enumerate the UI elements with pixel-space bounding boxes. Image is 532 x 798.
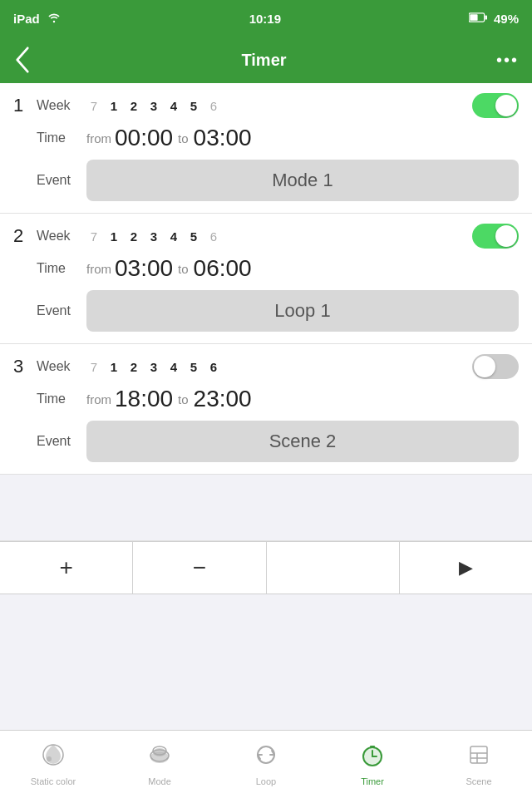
tab-scene[interactable]: Scene [426,731,532,798]
tab-bar: Static color Mode Loop [0,730,532,798]
svg-rect-1 [485,15,487,19]
to-time-1[interactable]: 03:00 [194,125,252,151]
minus-icon: − [193,554,206,581]
status-left: iPad [13,12,62,26]
back-button[interactable] [13,47,32,73]
status-right: 49% [469,12,519,26]
to-time-2[interactable]: 06:00 [194,255,252,282]
day-4-1[interactable]: 4 [166,99,181,113]
timer-row-time-1: Time from 00:00 to 03:00 [13,125,519,151]
day-7-3: 7 [86,360,101,374]
time-label-2: Time [13,261,86,276]
event-button-1[interactable]: Mode 1 [86,160,519,201]
week-days-2: 7 1 2 3 4 5 6 [86,229,472,244]
svg-point-4 [47,756,52,761]
timer-icon [360,742,385,773]
timer-item-3: 3 Week 7 1 2 3 4 5 6 Time from 18:00 to … [0,344,532,475]
day-1-3[interactable]: 1 [106,360,121,374]
day-1-1[interactable]: 1 [106,99,121,113]
timer-row-top-1: 1 Week 7 1 2 3 4 5 6 [13,93,519,118]
from-time-3[interactable]: 18:00 [115,386,173,412]
remove-button[interactable]: − [133,542,266,594]
timer-index-1: 1 [13,95,37,116]
loop-icon [254,742,278,773]
battery-label: 49% [494,12,519,26]
toggle-knob-3 [474,356,495,377]
day-4-2[interactable]: 4 [166,229,181,244]
day-6-1: 6 [206,99,221,113]
to-label-2: to [178,262,189,276]
add-icon: + [59,554,72,581]
mode-icon [147,742,172,773]
day-3-1[interactable]: 3 [146,99,161,113]
day-4-3[interactable]: 4 [166,360,181,374]
header: Timer ••• [0,37,532,83]
page-title: Timer [32,51,496,70]
from-time-2[interactable]: 03:00 [115,255,173,282]
from-time-1[interactable]: 00:00 [115,125,173,151]
add-button[interactable]: + [0,542,133,594]
day-5-3[interactable]: 5 [186,360,201,374]
time-label-1: Time [13,131,86,145]
time-label-3: Time [13,392,86,406]
tab-static-color[interactable]: Static color [0,731,106,798]
tab-loop[interactable]: Loop [213,731,319,798]
tab-label-scene: Scene [466,776,491,786]
timer-row-time-2: Time from 03:00 to 06:00 [13,255,519,282]
static-color-icon [41,742,66,773]
empty-area [0,475,532,541]
day-5-1[interactable]: 5 [186,99,201,113]
event-button-3[interactable]: Scene 2 [86,421,519,462]
to-time-3[interactable]: 23:00 [194,386,252,412]
event-button-2[interactable]: Loop 1 [86,290,519,332]
timer-toggle-2[interactable] [472,224,519,249]
toggle-knob-1 [495,95,517,116]
day-3-2[interactable]: 3 [146,229,161,244]
event-label-1: Event [13,173,86,188]
week-days-3: 7 1 2 3 4 5 6 [86,360,472,374]
tab-timer[interactable]: Timer [319,731,426,798]
more-button[interactable]: ••• [496,51,519,70]
day-6-2: 6 [206,229,221,244]
wifi-icon [47,12,62,26]
status-bar: iPad 10:19 49% [0,0,532,37]
day-2-3[interactable]: 2 [126,360,141,374]
timer-index-2: 2 [13,225,37,247]
tab-label-mode: Mode [148,776,171,786]
day-2-1[interactable]: 2 [126,99,141,113]
battery-icon [469,12,487,26]
play-button[interactable]: ▶ [400,542,532,594]
device-label: iPad [13,12,40,26]
day-6-3[interactable]: 6 [206,360,221,374]
timer-toggle-1[interactable] [472,93,519,118]
bottom-toolbar: + − ▶ [0,541,532,594]
timer-index-3: 3 [13,356,37,377]
from-label-3: from [86,392,111,406]
svg-rect-2 [470,14,477,21]
timer-week-label-1: Week [37,98,86,113]
day-2-2[interactable]: 2 [126,229,141,244]
day-3-3[interactable]: 3 [146,360,161,374]
from-label-2: from [86,262,111,276]
tab-label-timer: Timer [361,776,384,786]
timer-item-1: 1 Week 7 1 2 3 4 5 6 Time from 00:00 to … [0,83,532,214]
toolbar-spacer [267,542,400,594]
event-label-2: Event [13,303,86,318]
to-label-3: to [178,392,189,406]
toggle-knob-2 [495,225,517,247]
event-label-3: Event [13,434,86,449]
timer-row-top-2: 2 Week 7 1 2 3 4 5 6 [13,224,519,249]
timer-toggle-3[interactable] [472,354,519,379]
tab-label-static-color: Static color [31,776,76,786]
play-icon: ▶ [459,557,473,579]
timer-week-label-2: Week [37,229,86,244]
day-1-2[interactable]: 1 [106,229,121,244]
svg-rect-14 [470,746,487,763]
timer-week-label-3: Week [37,359,86,374]
from-label-1: from [86,131,111,145]
day-5-2[interactable]: 5 [186,229,201,244]
day-7-1: 7 [86,99,101,113]
tab-mode[interactable]: Mode [106,731,213,798]
timer-row-event-1: Event Mode 1 [13,160,519,201]
timer-row-time-3: Time from 18:00 to 23:00 [13,386,519,412]
